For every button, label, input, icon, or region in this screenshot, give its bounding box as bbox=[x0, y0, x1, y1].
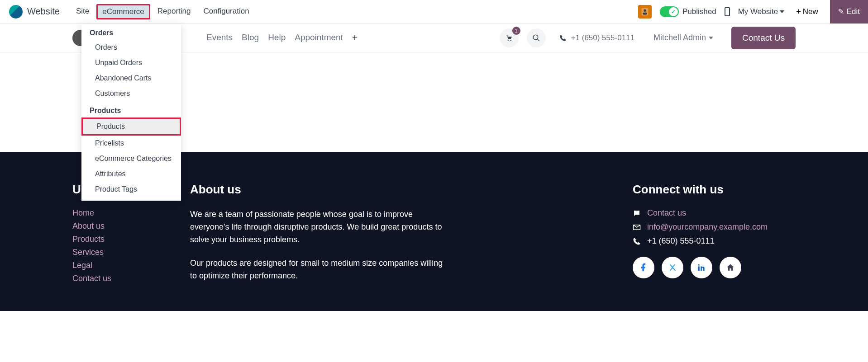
logo-icon bbox=[9, 5, 23, 19]
svg-point-8 bbox=[698, 264, 700, 266]
chat-icon bbox=[633, 209, 641, 217]
publish-toggle[interactable]: ✓ Published bbox=[660, 6, 716, 17]
dropdown-header-orders: Orders bbox=[81, 24, 181, 40]
app-logo[interactable]: Website bbox=[9, 5, 60, 19]
phone-icon bbox=[559, 34, 567, 42]
svg-point-4 bbox=[510, 40, 511, 41]
dropdown-item-products[interactable]: Products bbox=[81, 118, 181, 136]
user-menu[interactable]: Mitchell Admin bbox=[653, 33, 713, 42]
new-button[interactable]: + New bbox=[792, 7, 822, 16]
admin-menu-configuration[interactable]: Configuration bbox=[198, 4, 255, 19]
footer-link-contact-us[interactable]: Contact us bbox=[72, 274, 163, 283]
cart-icon bbox=[505, 34, 513, 42]
dropdown-item-abandoned-carts[interactable]: Abandoned Carts bbox=[81, 71, 181, 86]
published-label: Published bbox=[682, 7, 716, 16]
nav-blog[interactable]: Blog bbox=[242, 33, 259, 43]
pencil-icon bbox=[838, 7, 844, 16]
facebook-icon bbox=[639, 263, 648, 272]
dropdown-item-customers[interactable]: Customers bbox=[81, 86, 181, 101]
search-button[interactable] bbox=[527, 28, 546, 47]
svg-point-3 bbox=[507, 40, 508, 41]
dropdown-item-attributes[interactable]: Attributes bbox=[81, 166, 181, 182]
about-paragraph-2: Our products are designed for small to m… bbox=[190, 257, 444, 282]
dropdown-item-ecommerce-categories[interactable]: eCommerce Categories bbox=[81, 151, 181, 166]
connect-title: Connect with us bbox=[633, 183, 796, 197]
footer-link-home[interactable]: Home bbox=[72, 208, 163, 218]
dropdown-item-orders[interactable]: Orders bbox=[81, 40, 181, 55]
footer-about: About us We are a team of passionate peo… bbox=[190, 183, 444, 293]
new-label: New bbox=[803, 7, 818, 16]
email-icon bbox=[633, 223, 641, 231]
cart-button[interactable]: 1 bbox=[500, 28, 519, 47]
dropdown-item-product-tags[interactable]: Product Tags bbox=[81, 182, 181, 197]
phone-number[interactable]: +1 (650) 555-0111 bbox=[571, 33, 634, 42]
social-facebook[interactable] bbox=[633, 257, 654, 278]
social-row bbox=[633, 257, 796, 278]
user-avatar[interactable] bbox=[638, 5, 652, 19]
plus-icon: + bbox=[796, 7, 801, 16]
connect-contact-link[interactable]: Contact us bbox=[647, 208, 686, 218]
connect-phone: +1 (650) 555-0111 bbox=[647, 236, 715, 246]
app-name: Website bbox=[27, 6, 60, 17]
admin-bar: Website Site eCommerce Reporting Configu… bbox=[0, 0, 868, 24]
home-icon bbox=[726, 263, 735, 272]
edit-button[interactable]: Edit bbox=[830, 0, 868, 24]
website-selector[interactable]: My Website bbox=[738, 7, 785, 16]
footer-link-about-us[interactable]: About us bbox=[72, 221, 163, 231]
dropdown-header-products: Products bbox=[81, 101, 181, 118]
footer-link-legal[interactable]: Legal bbox=[72, 261, 163, 270]
nav-events[interactable]: Events bbox=[206, 33, 233, 43]
phone-icon bbox=[633, 237, 641, 245]
site-menu: Events Blog Help Appointment + bbox=[206, 33, 358, 43]
footer-link-products[interactable]: Products bbox=[72, 235, 163, 244]
svg-rect-2 bbox=[643, 12, 647, 14]
chevron-down-icon bbox=[709, 37, 713, 39]
about-title: About us bbox=[190, 183, 444, 197]
search-icon bbox=[532, 34, 540, 42]
avatar-icon bbox=[640, 7, 650, 17]
site-nav-right: 1 +1 (650) 555-0111 Mitchell Admin Conta… bbox=[500, 27, 796, 49]
toggle-track: ✓ bbox=[660, 6, 679, 17]
nav-add-icon[interactable]: + bbox=[352, 33, 358, 43]
about-paragraph-1: We are a team of passionate people whose… bbox=[190, 208, 444, 246]
dropdown-item-pricelists[interactable]: Pricelists bbox=[81, 136, 181, 151]
admin-right: ✓ Published My Website + New Edit bbox=[638, 0, 868, 24]
social-x[interactable] bbox=[662, 257, 683, 278]
social-linkedin[interactable] bbox=[691, 257, 712, 278]
footer-link-services[interactable]: Services bbox=[72, 248, 163, 257]
nav-appointment[interactable]: Appointment bbox=[295, 33, 343, 43]
admin-menu-reporting[interactable]: Reporting bbox=[152, 4, 196, 19]
admin-menu-ecommerce[interactable]: eCommerce bbox=[96, 4, 150, 19]
chevron-down-icon bbox=[780, 10, 784, 13]
nav-help[interactable]: Help bbox=[268, 33, 286, 43]
check-icon: ✓ bbox=[671, 9, 676, 15]
svg-rect-7 bbox=[698, 267, 700, 271]
phone-segment: +1 (650) 555-0111 bbox=[559, 33, 634, 42]
user-name: Mitchell Admin bbox=[653, 33, 706, 42]
admin-menu-site[interactable]: Site bbox=[71, 4, 95, 19]
cart-badge: 1 bbox=[512, 27, 520, 35]
svg-line-6 bbox=[537, 39, 539, 41]
contact-us-button[interactable]: Contact Us bbox=[731, 27, 796, 49]
website-selector-label: My Website bbox=[738, 7, 778, 16]
linkedin-icon bbox=[697, 263, 706, 272]
dropdown-item-unpaid-orders[interactable]: Unpaid Orders bbox=[81, 55, 181, 71]
footer-connect: Connect with us Contact us info@yourcomp… bbox=[633, 183, 796, 293]
social-home[interactable] bbox=[720, 257, 741, 278]
admin-menu: Site eCommerce Reporting Configuration bbox=[71, 4, 255, 19]
svg-point-5 bbox=[533, 35, 538, 40]
x-icon bbox=[668, 263, 677, 272]
ecommerce-dropdown: Orders Orders Unpaid Orders Abandoned Ca… bbox=[81, 24, 181, 201]
connect-email[interactable]: info@yourcompany.example.com bbox=[647, 222, 768, 232]
svg-point-1 bbox=[644, 9, 646, 12]
mobile-preview-icon[interactable] bbox=[725, 7, 730, 16]
edit-label: Edit bbox=[847, 7, 860, 16]
